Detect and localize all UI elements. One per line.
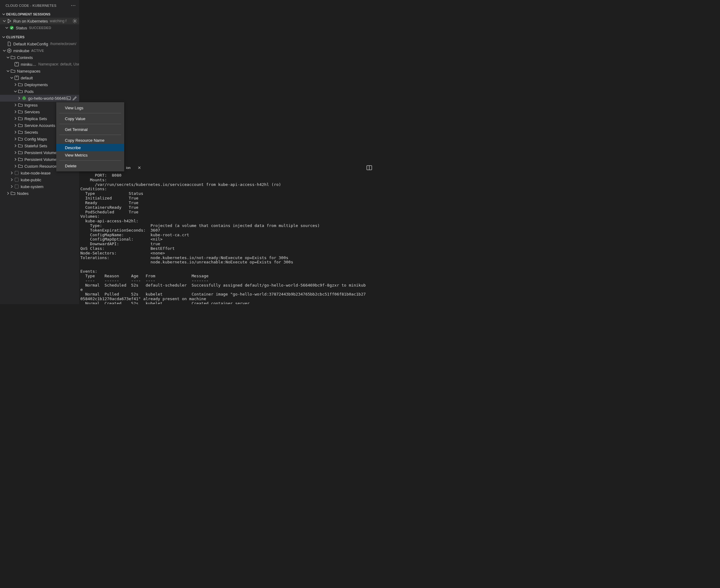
section-dev-sessions[interactable]: DEVELOPMENT SESSIONS bbox=[0, 11, 79, 18]
tree-contexts[interactable]: Contexts bbox=[0, 54, 79, 61]
folder-icon bbox=[18, 150, 23, 155]
menu-separator bbox=[59, 113, 121, 113]
split-editor-icon[interactable] bbox=[366, 165, 372, 171]
chevron-right-icon bbox=[13, 116, 18, 121]
ns-default[interactable]: * default bbox=[0, 75, 79, 81]
chevron-down-icon bbox=[2, 19, 7, 23]
status-value: SUCCEEDED bbox=[29, 26, 51, 30]
folder-icon bbox=[18, 164, 23, 169]
section-title: DEVELOPMENT SESSIONS bbox=[6, 12, 50, 16]
folder-icon bbox=[18, 82, 23, 87]
folder-icon bbox=[18, 143, 23, 148]
namespace-icon bbox=[14, 184, 19, 189]
menu-copy-resource-name[interactable]: Copy Resource Name bbox=[56, 136, 124, 144]
svg-rect-11 bbox=[15, 185, 19, 188]
menu-view-logs[interactable]: View Logs bbox=[56, 104, 124, 111]
play-icon bbox=[7, 19, 12, 23]
chevron-right-icon bbox=[9, 184, 14, 189]
close-icon[interactable] bbox=[137, 165, 142, 170]
ns-kube-public[interactable]: kube-public bbox=[0, 176, 79, 183]
ns-kube-system[interactable]: kube-system bbox=[0, 183, 79, 190]
panel-tab-active[interactable]: ion bbox=[126, 164, 131, 171]
chevron-down-icon bbox=[9, 75, 14, 80]
context-minikube[interactable]: * minikube Namespace: default, Use bbox=[0, 61, 79, 68]
chevron-right-icon bbox=[13, 150, 18, 155]
cluster-minikube[interactable]: minikube ACTIVE bbox=[0, 47, 79, 54]
sidebar-title-bar: CLOUD CODE - KUBERNETES ⋯ bbox=[0, 0, 79, 11]
menu-view-metrics[interactable]: View Metrics bbox=[56, 151, 124, 159]
chevron-down-icon bbox=[5, 68, 11, 74]
chevron-right-icon bbox=[13, 157, 18, 162]
folder-icon bbox=[18, 103, 23, 107]
chevron-down-icon bbox=[1, 12, 6, 17]
status-row[interactable]: Status SUCCEEDED bbox=[0, 24, 79, 31]
folder-icon bbox=[18, 89, 23, 94]
menu-get-terminal[interactable]: Get Terminal bbox=[56, 126, 124, 133]
sidebar-title: CLOUD CODE - KUBERNETES bbox=[5, 4, 57, 7]
pod-icon bbox=[22, 96, 26, 101]
folder-icon bbox=[11, 68, 16, 74]
folder-icon bbox=[18, 130, 23, 135]
menu-copy-value[interactable]: Copy Value bbox=[56, 115, 124, 122]
chevron-right-icon bbox=[9, 177, 14, 182]
svg-rect-9 bbox=[15, 171, 19, 175]
folder-icon bbox=[11, 55, 16, 60]
gear-icon[interactable] bbox=[72, 19, 77, 23]
context-menu: View Logs Copy Value Get Terminal Copy R… bbox=[56, 102, 124, 171]
section-clusters[interactable]: CLUSTERS bbox=[0, 34, 79, 40]
pod-go-hello-world[interactable]: go-hello-world-56646 bbox=[0, 95, 79, 102]
tree-namespaces[interactable]: Namespaces bbox=[0, 68, 79, 75]
tree-deployments[interactable]: Deployments bbox=[0, 81, 79, 88]
terminal-icon[interactable] bbox=[66, 96, 71, 101]
bottom-panel: ion PORT: 8080 Mounts: /var/run/secrets/… bbox=[79, 162, 372, 304]
edit-icon[interactable] bbox=[72, 96, 77, 101]
folder-icon bbox=[18, 109, 23, 114]
describe-output[interactable]: PORT: 8080 Mounts: /var/run/secrets/kube… bbox=[79, 173, 372, 304]
asterisk-icon: * bbox=[14, 62, 19, 67]
menu-separator bbox=[59, 124, 121, 124]
success-icon bbox=[9, 25, 14, 30]
run-on-kubernetes[interactable]: Run on Kubernetes watching f bbox=[0, 18, 79, 24]
menu-delete[interactable]: Delete bbox=[56, 162, 124, 170]
chevron-right-icon bbox=[13, 103, 18, 107]
tree-nodes[interactable]: Nodes bbox=[0, 190, 79, 197]
folder-icon bbox=[18, 136, 23, 142]
folder-icon bbox=[18, 123, 23, 128]
chevron-down-icon bbox=[2, 48, 7, 53]
chevron-down-icon bbox=[4, 25, 9, 30]
chevron-right-icon bbox=[13, 136, 18, 142]
kubernetes-icon bbox=[7, 48, 12, 53]
chevron-down-icon bbox=[5, 55, 11, 60]
chevron-down-icon bbox=[13, 89, 18, 94]
svg-text:*: * bbox=[16, 76, 17, 79]
run-desc: watching f bbox=[50, 19, 66, 23]
chevron-right-icon bbox=[13, 143, 18, 148]
chevron-right-icon bbox=[13, 123, 18, 128]
folder-icon bbox=[11, 191, 16, 196]
svg-rect-10 bbox=[15, 178, 19, 182]
chevron-right-icon bbox=[13, 130, 18, 135]
menu-describe[interactable]: Describe bbox=[56, 144, 124, 151]
folder-icon bbox=[18, 157, 23, 162]
menu-separator bbox=[59, 160, 121, 161]
folder-icon bbox=[18, 116, 23, 121]
tree-pods[interactable]: Pods bbox=[0, 88, 79, 95]
svg-marker-2 bbox=[7, 48, 11, 53]
svg-text:*: * bbox=[16, 62, 17, 66]
status-label: Status bbox=[16, 26, 27, 30]
more-actions-button[interactable]: ⋯ bbox=[70, 2, 77, 8]
svg-point-3 bbox=[9, 50, 10, 51]
section-title: CLUSTERS bbox=[6, 35, 24, 39]
chevron-right-icon bbox=[13, 109, 18, 114]
svg-point-0 bbox=[74, 20, 76, 22]
namespace-icon bbox=[14, 177, 19, 182]
asterisk-icon: * bbox=[14, 75, 19, 80]
default-kubeconfig[interactable]: Default KubeConfig /home/ecbrown/ bbox=[0, 40, 79, 47]
namespace-icon bbox=[14, 170, 19, 175]
chevron-right-icon bbox=[17, 96, 22, 101]
chevron-right-icon bbox=[5, 191, 11, 196]
run-label: Run on Kubernetes bbox=[13, 19, 48, 23]
file-icon bbox=[7, 41, 12, 46]
chevron-right-icon bbox=[13, 82, 18, 87]
chevron-right-icon bbox=[13, 164, 18, 169]
